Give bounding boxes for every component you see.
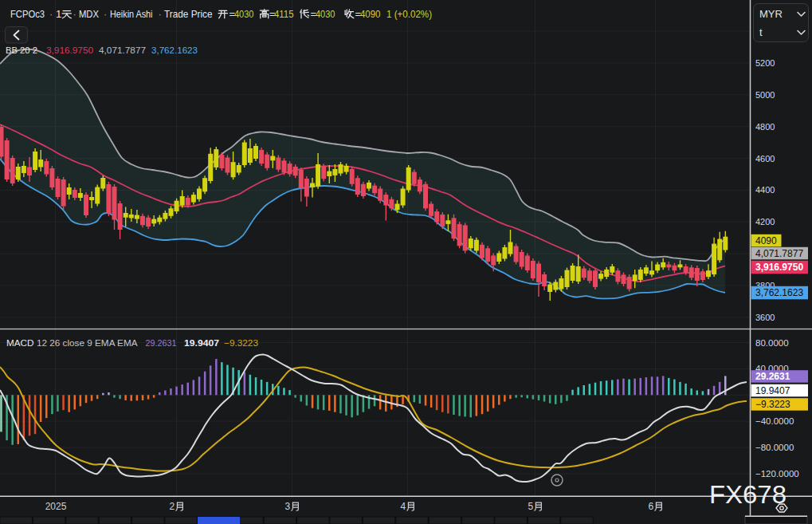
svg-text:1: 1	[56, 8, 61, 20]
svg-text:12 26 close 9 EMA EMA: 12 26 close 9 EMA EMA	[37, 338, 138, 348]
svg-text:4600: 4600	[755, 154, 775, 164]
svg-text:−80.0000: −80.0000	[755, 443, 794, 452]
svg-text:4800: 4800	[755, 122, 775, 132]
svg-text:2025: 2025	[45, 501, 67, 512]
svg-text:4030: 4030	[316, 8, 335, 20]
svg-text:3: 3	[285, 501, 291, 512]
svg-text:Heikin Ashi: Heikin Ashi	[110, 8, 153, 20]
svg-text:4090: 4090	[755, 235, 777, 246]
svg-text:3,916.9750: 3,916.9750	[755, 262, 803, 273]
svg-text:MACD: MACD	[6, 338, 34, 348]
svg-text:3,762.1623: 3,762.1623	[151, 45, 198, 55]
svg-text:FX678: FX678	[709, 481, 787, 509]
svg-text:4030: 4030	[234, 8, 254, 20]
svg-text:80.0000: 80.0000	[755, 338, 789, 348]
svg-text:5000: 5000	[755, 90, 775, 100]
svg-text:4090: 4090	[360, 8, 381, 20]
svg-text:19.9407: 19.9407	[184, 338, 219, 348]
svg-text:3,916.9750: 3,916.9750	[46, 45, 93, 55]
svg-text:3600: 3600	[755, 313, 775, 322]
svg-text:−120.0000: −120.0000	[755, 469, 799, 479]
svg-text:−40.0000: −40.0000	[755, 416, 794, 426]
svg-text:t: t	[759, 26, 763, 38]
svg-text:·: ·	[49, 8, 53, 20]
svg-text:1 (+0.02%): 1 (+0.02%)	[386, 8, 432, 20]
svg-text:4400: 4400	[755, 185, 775, 195]
svg-text:·: ·	[104, 8, 107, 20]
svg-text:4115: 4115	[274, 8, 294, 20]
svg-text:4200: 4200	[755, 217, 775, 227]
svg-text:4,071.7877: 4,071.7877	[755, 248, 803, 259]
svg-text:Trade Price: Trade Price	[164, 8, 213, 20]
svg-text:4: 4	[401, 501, 406, 512]
svg-text:MDX: MDX	[79, 8, 99, 20]
svg-text:−9.3223: −9.3223	[224, 338, 258, 348]
svg-text:BB 20 2: BB 20 2	[6, 45, 37, 55]
svg-text:2: 2	[170, 501, 175, 512]
svg-text:·: ·	[159, 8, 162, 20]
svg-text:29.2631: 29.2631	[755, 371, 790, 382]
svg-text:29.2631: 29.2631	[146, 338, 177, 348]
svg-text:−9.3223: −9.3223	[755, 399, 790, 410]
svg-text:·: ·	[73, 8, 76, 20]
svg-text:FCPOc3: FCPOc3	[10, 8, 45, 20]
svg-text:6: 6	[649, 501, 654, 512]
svg-text:3,762.1623: 3,762.1623	[755, 287, 803, 298]
svg-text:MYR: MYR	[759, 8, 783, 20]
svg-text:5: 5	[528, 501, 534, 512]
svg-text:5200: 5200	[755, 58, 775, 68]
svg-text:4,071.7877: 4,071.7877	[99, 45, 146, 55]
svg-text:19.9407: 19.9407	[755, 385, 790, 396]
